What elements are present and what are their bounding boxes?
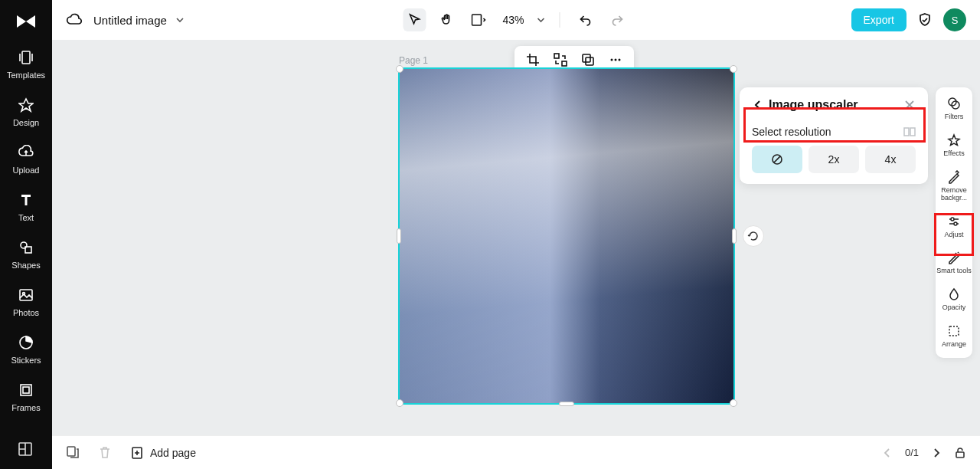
rr-filters[interactable]: Filters [936,97,972,121]
svg-point-16 [615,59,617,61]
resolution-options: 2x 4x [752,146,916,173]
rr-effects[interactable]: Effects [936,133,972,158]
crop-icon[interactable] [525,52,541,67]
nav-shapes[interactable]: Shapes [0,239,52,270]
svg-rect-18 [904,128,909,136]
svg-rect-13 [583,54,590,62]
canvas-area[interactable]: Page 1 Image upscaler Select resolution … [52,40,980,435]
resolution-2x[interactable]: 2x [808,146,859,173]
top-right-actions: Export S [851,8,966,31]
shield-icon[interactable] [917,12,933,28]
zoom-chevron-down-icon[interactable] [537,15,546,25]
upload-icon [18,144,34,161]
nav-templates[interactable]: Templates [0,49,52,80]
arrange-icon [947,324,961,338]
toolbar-divider [560,12,560,28]
opacity-icon [947,287,961,301]
more-options-icon[interactable] [608,52,623,67]
document-title[interactable]: Untitled image [93,14,167,27]
svg-point-23 [951,218,954,221]
user-avatar[interactable]: S [943,8,966,31]
compare-icon[interactable] [903,126,916,138]
select-resolution-label: Select resolution [752,126,831,138]
duplicate-icon[interactable] [580,52,596,67]
panel-close-icon[interactable] [903,99,916,111]
svg-rect-28 [956,452,964,458]
nav-photos[interactable]: Photos [0,287,52,317]
add-page-icon [130,446,144,460]
adjust-icon [947,215,961,228]
stickers-icon [18,334,34,351]
nav-text[interactable]: Text [0,192,52,222]
svg-point-24 [954,222,957,225]
resize-handle-tl[interactable] [396,65,403,73]
select-tool[interactable] [403,8,426,31]
prev-page-icon[interactable] [882,448,893,458]
smart-tools-icon [947,251,961,264]
undo-button[interactable] [574,8,597,31]
nav-stickers[interactable]: Stickers [0,334,52,365]
top-bar: Untitled image 43% Export S [52,0,980,40]
nav-upload-label: Upload [13,166,40,175]
nav-frames[interactable]: Frames [0,382,52,412]
resize-handle-bl[interactable] [396,399,403,407]
templates-icon [18,49,34,66]
svg-point-17 [619,59,621,61]
left-nav-rail: Templates Design Upload Text Shapes Phot… [0,0,52,469]
nav-text-label: Text [18,213,34,222]
zoom-level[interactable]: 43% [502,14,524,26]
resolution-none[interactable] [752,146,802,173]
pages-overview-icon[interactable] [66,445,81,461]
resize-handle-bottom[interactable] [559,402,574,406]
rr-adjust[interactable]: Adjust [936,215,972,239]
rr-remove-bg[interactable]: Remove backgr... [936,170,972,202]
rr-opacity[interactable]: Opacity [936,287,972,312]
right-properties-rail: Filters Effects Remove backgr... Adjust … [936,87,972,358]
page-counter: 0/1 [905,447,919,458]
rr-smart-tools[interactable]: Smart tools [936,251,972,275]
frames-icon [18,382,34,398]
svg-rect-4 [20,290,32,300]
lock-icon[interactable] [954,447,966,459]
svg-rect-11 [554,54,559,58]
replace-image-icon[interactable] [553,52,568,67]
panel-layout-icon[interactable] [18,441,34,458]
image-upscaler-panel: Image upscaler Select resolution 2x 4x [740,87,928,184]
svg-rect-19 [910,128,915,136]
redo-button[interactable] [606,8,629,31]
text-icon [18,192,34,208]
next-page-icon[interactable] [931,448,942,458]
resize-handle-br[interactable] [730,399,737,407]
cloud-sync-icon[interactable] [66,11,83,28]
nav-stickers-label: Stickers [11,356,41,365]
add-page-button[interactable]: Add page [130,446,196,460]
export-button[interactable]: Export [851,8,906,31]
resolution-4x[interactable]: 4x [865,146,916,173]
nav-shapes-label: Shapes [11,261,40,270]
svg-rect-26 [67,447,75,456]
canvas-size-dropdown[interactable] [467,8,490,31]
resize-handle-left[interactable] [397,228,401,244]
app-logo[interactable] [11,8,41,35]
svg-rect-7 [21,385,31,395]
delete-page-icon[interactable] [98,445,113,461]
rr-smart-tools-label: Smart tools [936,267,972,275]
panel-title: Image upscaler [769,98,858,112]
design-icon [18,97,34,113]
resize-handle-tr[interactable] [730,65,737,73]
filters-icon [947,97,961,110]
title-chevron-down-icon[interactable] [175,15,185,25]
nav-photos-label: Photos [13,308,39,317]
nav-design[interactable]: Design [0,97,52,127]
nav-frames-label: Frames [11,403,40,412]
selected-image[interactable] [398,67,735,405]
shapes-icon [18,239,34,256]
panel-back-icon[interactable] [752,99,764,111]
rotate-handle[interactable] [743,225,764,247]
svg-point-15 [611,59,613,61]
rr-arrange[interactable]: Arrange [936,324,972,349]
hand-tool[interactable] [435,8,458,31]
page-label: Page 1 [399,55,428,66]
resize-handle-right[interactable] [732,228,737,244]
nav-upload[interactable]: Upload [0,144,52,175]
